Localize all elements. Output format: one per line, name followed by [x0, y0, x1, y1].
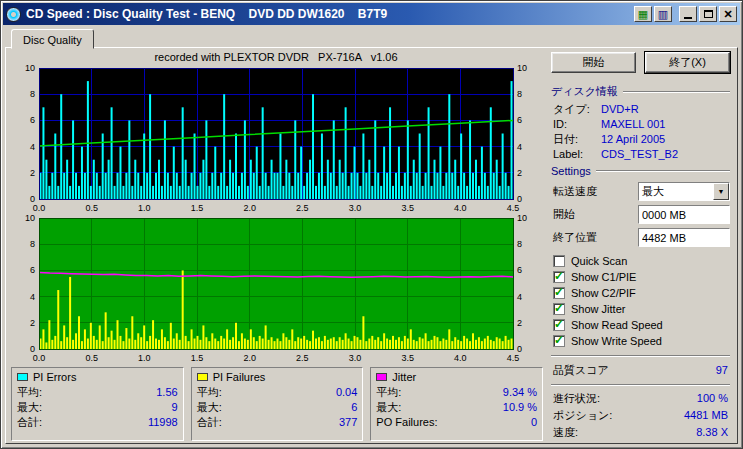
stat-row: 平均:0.04: [197, 385, 358, 400]
status-value: 8.38 X: [696, 424, 728, 441]
check-icon: ✓: [554, 333, 564, 347]
pi-errors-chart: 002244668810100.00.51.01.52.02.53.03.54.…: [9, 64, 543, 214]
svg-text:2.5: 2.5: [296, 203, 309, 213]
checkbox-row-show-c2-pif: ✓Show C2/PIF: [553, 285, 730, 301]
start-button[interactable]: 開始: [551, 52, 636, 73]
legend-header: PI Errors: [17, 371, 178, 383]
svg-text:1.0: 1.0: [138, 203, 151, 213]
settings-header-label: Settings: [551, 165, 591, 177]
svg-text:2: 2: [30, 318, 35, 328]
stat-row: PO Failures:0: [376, 415, 537, 430]
stat-value: 10.9 %: [503, 400, 537, 415]
svg-text:0.5: 0.5: [85, 353, 98, 363]
quality-score-value: 97: [716, 361, 728, 380]
maximize-button[interactable]: [699, 6, 717, 22]
check-icon: ✓: [554, 317, 564, 331]
tab-disc-quality[interactable]: Disc Quality: [11, 29, 94, 49]
charts-column: recorded with PLEXTOR DVDR PX-716A v1.06…: [9, 50, 543, 441]
statistics-legend-row: PI Errors平均:1.56最大:9合計:11998PI Failures平…: [9, 367, 543, 441]
disc-info-value: CDS_TEST_B2: [601, 147, 678, 162]
disc-info-rows: タイプ:DVD+RID:MAXELL 001日付:12 April 2005La…: [551, 102, 730, 162]
stat-value: 377: [339, 415, 357, 430]
checkbox-show-write-speed[interactable]: ✓: [553, 335, 565, 347]
stat-label: 最大:: [376, 400, 401, 415]
close-button[interactable]: ✕: [719, 6, 737, 22]
svg-text:4: 4: [30, 142, 35, 152]
disc-info-row: Label:CDS_TEST_B2: [551, 147, 730, 162]
separator: [551, 384, 730, 386]
stat-value: 11998: [148, 415, 178, 430]
disc-quality-tab-page: recorded with PLEXTOR DVDR PX-716A v1.06…: [5, 47, 738, 444]
status-value: 100 %: [697, 390, 728, 407]
disc-info-value: MAXELL 001: [601, 117, 665, 132]
legend-box-jitter: Jitter平均:9.34 %最大:10.9 %PO Failures:0: [370, 367, 543, 441]
stat-value: 9.34 %: [503, 385, 537, 400]
disc-info-header-label: ディスク情報: [551, 84, 618, 99]
disc-info-row: タイプ:DVD+R: [551, 102, 730, 117]
checkbox-show-c2-pif[interactable]: ✓: [553, 287, 565, 299]
minimize-icon: [684, 17, 692, 19]
svg-text:6: 6: [30, 115, 35, 125]
stat-row: 最大:6: [197, 400, 358, 415]
disc-info-label: タイプ:: [553, 102, 601, 117]
cd-app-icon: [6, 7, 21, 22]
transfer-speed-select[interactable]: 最大 ▼: [638, 182, 730, 201]
status-row: ポジション:4481 MB: [551, 407, 730, 424]
checkbox-show-c1-pie[interactable]: ✓: [553, 271, 565, 283]
checkbox-show-read-speed[interactable]: ✓: [553, 319, 565, 331]
checkbox-show-jitter[interactable]: ✓: [553, 303, 565, 315]
svg-text:1.5: 1.5: [191, 353, 204, 363]
svg-text:0.5: 0.5: [85, 203, 98, 213]
jitter-swatch-icon: [376, 373, 387, 381]
status-row: 速度:8.38 X: [551, 424, 730, 441]
header-rule: [623, 91, 730, 93]
start-position-label: 開始: [553, 207, 638, 222]
disc-info-row: ID:MAXELL 001: [551, 117, 730, 132]
svg-text:0.0: 0.0: [33, 353, 46, 363]
svg-text:6: 6: [517, 115, 522, 125]
start-position-input[interactable]: [638, 205, 730, 224]
chart-capture-icon[interactable]: ▦: [634, 6, 652, 22]
svg-text:1.0: 1.0: [138, 353, 151, 363]
stat-value: 6: [351, 400, 357, 415]
check-icon: ✓: [554, 269, 564, 283]
legend-box-pi-errors: PI Errors平均:1.56最大:9合計:11998: [11, 367, 184, 441]
minimize-button[interactable]: [679, 6, 697, 22]
transfer-speed-label: 転送速度: [553, 184, 638, 199]
legend-header: PI Failures: [197, 371, 358, 383]
svg-text:2: 2: [517, 318, 522, 328]
checkbox-label: Show Read Speed: [571, 319, 663, 331]
stat-label: PO Failures:: [376, 415, 437, 430]
quality-score-row: 品質スコア 97: [551, 361, 730, 380]
end-position-input[interactable]: [638, 228, 730, 247]
check-icon: ✓: [554, 301, 564, 315]
svg-text:4.0: 4.0: [454, 353, 467, 363]
svg-text:3.0: 3.0: [349, 353, 362, 363]
pi-failures-swatch-icon: [197, 373, 208, 381]
legend-name: PI Errors: [33, 371, 76, 383]
window-title: CD Speed : Disc Quality Test - BENQ DVD …: [23, 7, 632, 21]
disc-info-label: 日付:: [553, 132, 601, 147]
maximize-icon: [704, 10, 713, 18]
checkbox-quick-scan[interactable]: [553, 255, 565, 267]
stat-row: 合計:377: [197, 415, 358, 430]
svg-text:4.5: 4.5: [507, 353, 520, 363]
checkbox-row-quick-scan: Quick Scan: [553, 253, 730, 269]
checkbox-label: Show C1/PIE: [571, 271, 636, 283]
quality-score-label: 品質スコア: [553, 361, 609, 380]
svg-text:10: 10: [517, 64, 527, 73]
status-label: 進行状況:: [553, 390, 600, 407]
chevron-down-icon[interactable]: ▼: [713, 183, 729, 200]
exit-button[interactable]: 終了(X): [645, 52, 730, 73]
svg-text:10: 10: [25, 214, 35, 223]
svg-text:1.5: 1.5: [191, 203, 204, 213]
svg-text:4.0: 4.0: [454, 203, 467, 213]
stat-row: 合計:11998: [17, 415, 178, 430]
svg-text:8: 8: [30, 239, 35, 249]
svg-text:3.5: 3.5: [401, 353, 414, 363]
title-bar[interactable]: CD Speed : Disc Quality Test - BENQ DVD …: [3, 3, 740, 25]
disc-info-row: 日付:12 April 2005: [551, 132, 730, 147]
status-label: 速度:: [553, 424, 578, 441]
copy-chart-icon[interactable]: ▥: [654, 6, 672, 22]
legend-header: Jitter: [376, 371, 537, 383]
